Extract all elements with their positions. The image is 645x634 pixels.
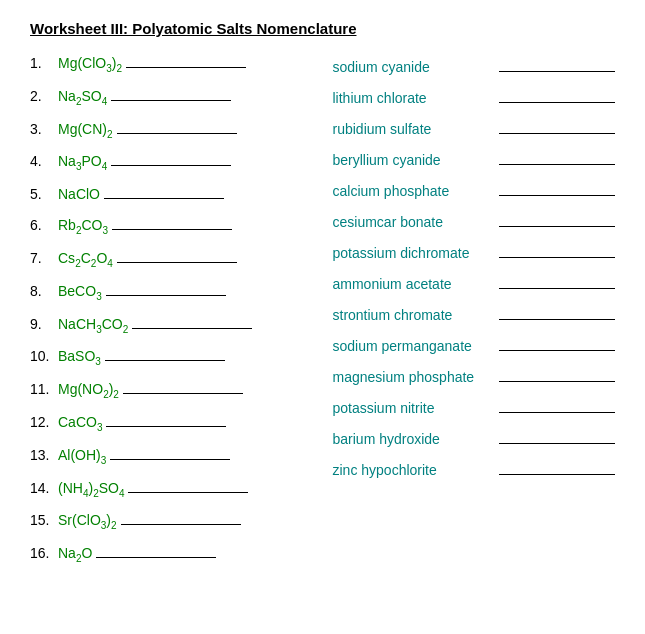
item-number: 6. — [30, 215, 58, 236]
list-item: 4.Na3PO4 — [30, 151, 313, 174]
compound-label: sodium cyanide — [333, 57, 493, 78]
compound-label: zinc hypochlorite — [333, 460, 493, 481]
item-number: 12. — [30, 412, 58, 433]
list-item: 16.Na2O — [30, 543, 313, 566]
item-number: 4. — [30, 151, 58, 172]
item-formula: Na3PO4 — [58, 151, 107, 174]
item-number: 2. — [30, 86, 58, 107]
compound-label: strontium chromate — [333, 305, 493, 326]
item-formula: Mg(CN)2 — [58, 119, 113, 142]
item-number: 10. — [30, 346, 58, 367]
list-item: zinc hypochlorite — [333, 460, 616, 481]
answer-blank[interactable] — [111, 87, 231, 101]
item-number: 11. — [30, 379, 58, 400]
list-item: ammonium acetate — [333, 274, 616, 295]
left-column: 1.Mg(ClO3)22.Na2SO43.Mg(CN)24.Na3PO45.Na… — [30, 53, 313, 576]
list-item: calcium phosphate — [333, 181, 616, 202]
item-number: 9. — [30, 314, 58, 335]
list-item: rubidium sulfate — [333, 119, 616, 140]
item-formula: Na2SO4 — [58, 86, 107, 109]
item-number: 16. — [30, 543, 58, 564]
answer-blank[interactable] — [117, 249, 237, 263]
item-formula: Rb2CO3 — [58, 215, 108, 238]
list-item: magnesium phosphate — [333, 367, 616, 388]
compound-label: ammonium acetate — [333, 274, 493, 295]
answer-blank[interactable] — [104, 185, 224, 199]
item-number: 13. — [30, 445, 58, 466]
list-item: 2.Na2SO4 — [30, 86, 313, 109]
answer-blank[interactable] — [106, 413, 226, 427]
list-item: 1.Mg(ClO3)2 — [30, 53, 313, 76]
compound-label: sodium permanganate — [333, 336, 493, 357]
item-formula: Na2O — [58, 543, 92, 566]
answer-blank[interactable] — [499, 399, 616, 413]
item-formula: CaCO3 — [58, 412, 102, 435]
item-formula: NaCH3CO2 — [58, 314, 128, 337]
list-item: 14.(NH4)2SO4 — [30, 478, 313, 501]
list-item: strontium chromate — [333, 305, 616, 326]
list-item: sodium permanganate — [333, 336, 616, 357]
answer-blank[interactable] — [96, 544, 216, 558]
list-item: 5.NaClO — [30, 184, 313, 205]
answer-blank[interactable] — [499, 89, 616, 103]
answer-blank[interactable] — [499, 461, 616, 475]
list-item: 8.BeCO3 — [30, 281, 313, 304]
list-item: 11.Mg(NO2)2 — [30, 379, 313, 402]
answer-blank[interactable] — [499, 182, 616, 196]
item-number: 15. — [30, 510, 58, 531]
answer-blank[interactable] — [123, 380, 243, 394]
list-item: barium hydroxide — [333, 429, 616, 450]
item-formula: Mg(NO2)2 — [58, 379, 119, 402]
list-item: 10.BaSO3 — [30, 346, 313, 369]
list-item: potassium dichromate — [333, 243, 616, 264]
compound-label: calcium phosphate — [333, 181, 493, 202]
list-item: 7.Cs2C2O4 — [30, 248, 313, 271]
item-formula: BaSO3 — [58, 346, 101, 369]
compound-label: potassium nitrite — [333, 398, 493, 419]
compound-label: rubidium sulfate — [333, 119, 493, 140]
answer-blank[interactable] — [499, 244, 616, 258]
answer-blank[interactable] — [117, 120, 237, 134]
answer-blank[interactable] — [105, 347, 225, 361]
answer-blank[interactable] — [499, 275, 616, 289]
item-number: 5. — [30, 184, 58, 205]
item-formula: Cs2C2O4 — [58, 248, 113, 271]
answer-blank[interactable] — [106, 282, 226, 296]
answer-blank[interactable] — [111, 152, 231, 166]
answer-blank[interactable] — [128, 479, 248, 493]
answer-blank[interactable] — [499, 430, 616, 444]
answer-blank[interactable] — [121, 511, 241, 525]
item-formula: (NH4)2SO4 — [58, 478, 124, 501]
page-title: Worksheet III: Polyatomic Salts Nomencla… — [30, 20, 615, 37]
answer-blank[interactable] — [132, 315, 252, 329]
right-column: sodium cyanidelithium chloraterubidium s… — [333, 53, 616, 576]
list-item: cesiumcar bonate — [333, 212, 616, 233]
list-item: 15.Sr(ClO3)2 — [30, 510, 313, 533]
answer-blank[interactable] — [112, 216, 232, 230]
item-number: 7. — [30, 248, 58, 269]
answer-blank[interactable] — [499, 306, 616, 320]
item-number: 3. — [30, 119, 58, 140]
compound-label: potassium dichromate — [333, 243, 493, 264]
compound-label: beryllium cyanide — [333, 150, 493, 171]
answer-blank[interactable] — [126, 54, 246, 68]
list-item: 12.CaCO3 — [30, 412, 313, 435]
item-formula: Mg(ClO3)2 — [58, 53, 122, 76]
compound-label: barium hydroxide — [333, 429, 493, 450]
answer-blank[interactable] — [499, 120, 616, 134]
compound-label: cesiumcar bonate — [333, 212, 493, 233]
compound-label: magnesium phosphate — [333, 367, 493, 388]
answer-blank[interactable] — [499, 151, 616, 165]
answer-blank[interactable] — [499, 337, 616, 351]
answer-blank[interactable] — [110, 446, 230, 460]
list-item: 9.NaCH3CO2 — [30, 314, 313, 337]
answer-blank[interactable] — [499, 213, 616, 227]
item-formula: Al(OH)3 — [58, 445, 106, 468]
answer-blank[interactable] — [499, 58, 616, 72]
answer-blank[interactable] — [499, 368, 616, 382]
item-number: 1. — [30, 53, 58, 74]
list-item: sodium cyanide — [333, 57, 616, 78]
list-item: 6.Rb2CO3 — [30, 215, 313, 238]
list-item: potassium nitrite — [333, 398, 616, 419]
item-number: 14. — [30, 478, 58, 499]
